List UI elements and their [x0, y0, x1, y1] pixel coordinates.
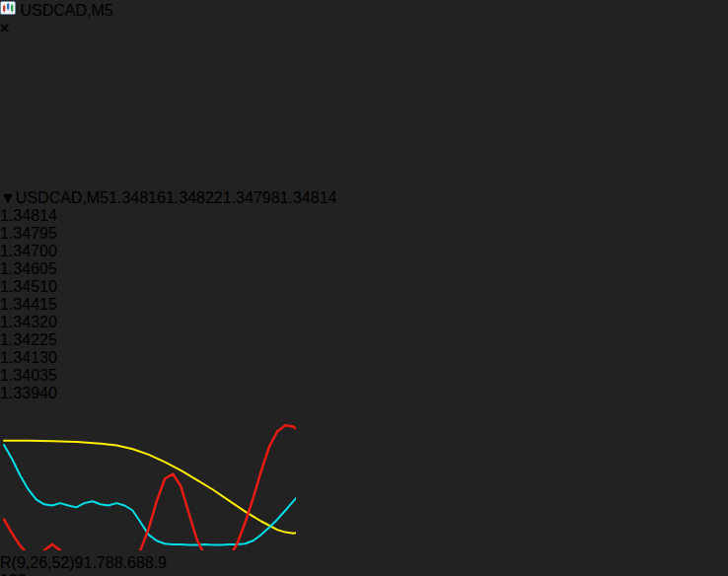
indicator-axis-label: 120	[0, 572, 728, 576]
indicator-value-3: 88.9	[136, 554, 167, 571]
main-price-chart[interactable]: ★	[0, 37, 296, 185]
price-axis-label: 1.34605	[0, 260, 728, 278]
mt4-chart-window: USDCAD,M5 × ★ ▼USDCAD,M51.348161.348221.…	[0, 0, 728, 576]
price-axis[interactable]: 1.34814 1.347951.347001.346051.345101.34…	[0, 207, 728, 402]
chart-symbol-period: USDCAD,M5	[16, 189, 109, 206]
price-axis-label: 1.34130	[0, 349, 728, 367]
ohlc-close: 1.34814	[280, 189, 337, 206]
close-button[interactable]: ×	[0, 20, 728, 37]
price-axis-label: 1.34795	[0, 225, 728, 243]
window-title: USDCAD,M5	[20, 2, 112, 19]
titlebar[interactable]: USDCAD,M5 ×	[0, 0, 728, 37]
current-price-tag: 1.34814	[0, 207, 728, 225]
indicator-axis[interactable]: 120100800.00-80-100-120	[0, 572, 728, 576]
ohlc-open: 1.34816	[109, 189, 166, 206]
price-axis-label: 1.34510	[0, 278, 728, 296]
indicator-name: R(9,26,52)	[0, 554, 75, 571]
indicator-value-2: 88.6	[106, 554, 136, 571]
indicator-pane[interactable]	[0, 402, 296, 550]
price-axis-label: 1.34415	[0, 296, 728, 314]
chevron-down-icon[interactable]: ▼	[0, 189, 16, 206]
indicator-value-1: 91.7	[75, 554, 106, 571]
window-controls: ×	[0, 20, 728, 37]
ohlc-high: 1.34822	[166, 189, 223, 206]
chart-ohlc-header: ▼USDCAD,M51.348161.348221.347981.34814	[0, 189, 728, 207]
ohlc-low: 1.34798	[223, 189, 280, 206]
yellow-line	[4, 438, 296, 534]
price-axis-label: 1.34320	[0, 314, 728, 331]
price-axis-label: 1.34700	[0, 243, 728, 260]
price-axis-label: 1.34035	[0, 367, 728, 385]
close-icon: ×	[0, 20, 9, 36]
price-axis-label: 1.33940	[0, 385, 728, 402]
indicator-label: R(9,26,52)91.788.688.9	[0, 554, 728, 572]
price-axis-label: 1.34225	[0, 331, 728, 349]
chart-icon	[0, 2, 20, 19]
red-line	[4, 425, 296, 550]
chart-client-area: ★ ▼USDCAD,M51.348161.348221.347981.34814…	[0, 37, 728, 576]
